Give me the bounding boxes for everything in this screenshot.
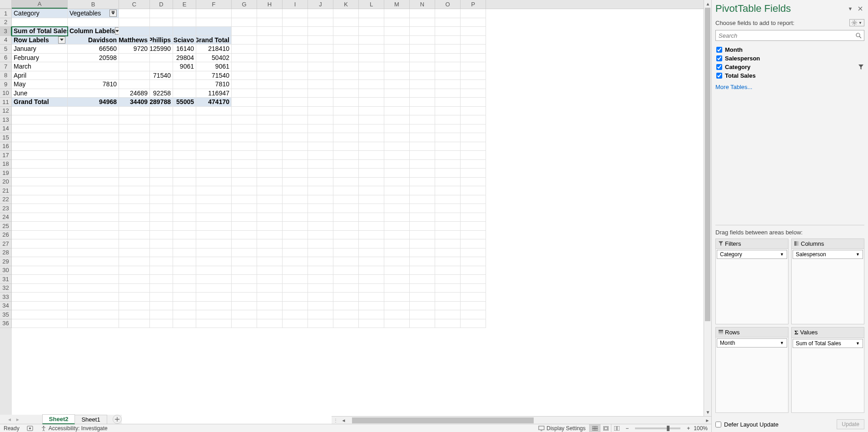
- cell[interactable]: [308, 213, 333, 222]
- cell[interactable]: [150, 195, 173, 204]
- cell[interactable]: [435, 284, 461, 293]
- cell[interactable]: [410, 222, 435, 231]
- cell[interactable]: [196, 231, 232, 240]
- cell[interactable]: [150, 18, 173, 27]
- cell[interactable]: [257, 98, 283, 107]
- cell[interactable]: [196, 239, 232, 248]
- cell[interactable]: [359, 204, 384, 213]
- cell[interactable]: [150, 275, 173, 284]
- cell[interactable]: [435, 275, 461, 284]
- cell[interactable]: [333, 151, 359, 160]
- cell[interactable]: [12, 302, 68, 311]
- cell[interactable]: [333, 302, 359, 311]
- cell[interactable]: [435, 178, 461, 187]
- row-labels-dropdown[interactable]: [58, 36, 65, 44]
- cell[interactable]: [410, 275, 435, 284]
- cell[interactable]: [150, 133, 173, 142]
- cell[interactable]: [150, 186, 173, 195]
- cell[interactable]: [257, 169, 283, 178]
- cell[interactable]: [308, 178, 333, 187]
- cell[interactable]: [150, 248, 173, 258]
- row-header-10[interactable]: 10: [0, 89, 12, 98]
- cell[interactable]: [384, 54, 410, 63]
- cell[interactable]: [257, 248, 283, 258]
- cell[interactable]: [232, 310, 257, 319]
- cell[interactable]: [435, 36, 461, 45]
- cell[interactable]: [173, 115, 196, 124]
- cell[interactable]: [232, 160, 257, 169]
- cell[interactable]: [410, 98, 435, 107]
- cell[interactable]: [257, 160, 283, 169]
- cell[interactable]: [359, 213, 384, 222]
- pivot-data-cell[interactable]: 218410: [196, 45, 232, 54]
- field-item-month[interactable]: Month: [715, 45, 864, 54]
- cell[interactable]: [308, 107, 333, 116]
- cell[interactable]: [196, 275, 232, 284]
- col-header-K[interactable]: K: [333, 0, 359, 9]
- cell[interactable]: [308, 115, 333, 124]
- cell[interactable]: [435, 248, 461, 258]
- cell[interactable]: [461, 186, 486, 195]
- cell[interactable]: [359, 54, 384, 63]
- cell[interactable]: [384, 124, 410, 134]
- cell[interactable]: [283, 231, 308, 240]
- cell[interactable]: [333, 293, 359, 302]
- cell[interactable]: [359, 195, 384, 204]
- cell[interactable]: [308, 195, 333, 204]
- cell[interactable]: [12, 239, 68, 248]
- cell[interactable]: [283, 266, 308, 275]
- area-pill[interactable]: Salesperson▼: [793, 250, 863, 259]
- cell[interactable]: [232, 275, 257, 284]
- cell[interactable]: [232, 266, 257, 275]
- filters-area[interactable]: Filters Category▼: [715, 238, 789, 324]
- cell[interactable]: [308, 319, 333, 328]
- cell[interactable]: [435, 302, 461, 311]
- cell[interactable]: [257, 195, 283, 204]
- cell[interactable]: [257, 71, 283, 80]
- cell[interactable]: [119, 27, 150, 36]
- cell[interactable]: [435, 222, 461, 231]
- cell[interactable]: [119, 204, 150, 213]
- page-break-view-button[interactable]: [611, 424, 622, 432]
- cell[interactable]: [257, 302, 283, 311]
- cell[interactable]: [68, 133, 119, 142]
- cell[interactable]: [232, 248, 257, 258]
- cell[interactable]: [150, 239, 173, 248]
- cell[interactable]: [384, 319, 410, 328]
- cell[interactable]: [359, 222, 384, 231]
- grand-total-cell[interactable]: 474170: [196, 98, 232, 107]
- cell[interactable]: [68, 178, 119, 187]
- cell[interactable]: [384, 18, 410, 27]
- cell[interactable]: [257, 54, 283, 63]
- cell[interactable]: [333, 239, 359, 248]
- zoom-out-button[interactable]: −: [625, 425, 629, 432]
- cell[interactable]: [12, 18, 68, 27]
- cell[interactable]: [12, 248, 68, 258]
- row-header-2[interactable]: 2: [0, 18, 12, 27]
- field-checkbox[interactable]: [716, 64, 722, 70]
- cell[interactable]: [308, 45, 333, 54]
- pivot-data-cell[interactable]: [173, 89, 196, 98]
- cell[interactable]: [173, 195, 196, 204]
- cell[interactable]: [435, 45, 461, 54]
- cell[interactable]: [173, 319, 196, 328]
- area-pill[interactable]: Sum of Total Sales▼: [793, 339, 863, 348]
- cell[interactable]: [359, 302, 384, 311]
- cell[interactable]: [333, 54, 359, 63]
- cell[interactable]: [384, 186, 410, 195]
- cell[interactable]: [119, 169, 150, 178]
- cell[interactable]: [435, 257, 461, 266]
- row-header-4[interactable]: 4: [0, 36, 12, 45]
- cell[interactable]: [308, 293, 333, 302]
- cell[interactable]: [196, 302, 232, 311]
- cell[interactable]: [359, 284, 384, 293]
- cell[interactable]: [196, 178, 232, 187]
- cell[interactable]: [283, 275, 308, 284]
- cell[interactable]: [257, 178, 283, 187]
- cell[interactable]: [173, 151, 196, 160]
- cell[interactable]: [461, 257, 486, 266]
- cell[interactable]: [461, 266, 486, 275]
- row-header-24[interactable]: 24: [0, 213, 12, 222]
- pivot-data-cell[interactable]: 16140: [173, 45, 196, 54]
- cell[interactable]: [384, 284, 410, 293]
